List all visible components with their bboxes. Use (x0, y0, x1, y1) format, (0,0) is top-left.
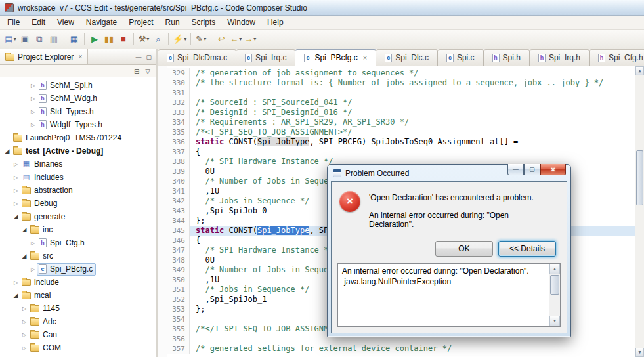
code-line[interactable]: 331 (167, 88, 635, 98)
build-button[interactable]: ⚒▾ (137, 32, 151, 47)
tree-item-wdgif-types-h[interactable]: ▷hWdgIf_Types.h (0, 118, 156, 131)
editor-tab-spi-h[interactable]: hSpi.h (484, 49, 530, 66)
dropdown-arrow-icon[interactable]: ▾ (14, 36, 16, 42)
close-view-icon[interactable]: × (78, 53, 82, 60)
search-button[interactable]: ⌕ (151, 32, 165, 47)
tree-item-1145[interactable]: ▷1145 (0, 302, 156, 315)
editor-tab-spi-irq-c[interactable]: cSpi_Irq.c (236, 49, 295, 66)
tree-collapsed-icon[interactable]: ▷ (20, 319, 28, 325)
editor-tab-spi-c[interactable]: cSpi.c (438, 49, 484, 66)
tree-item-schm-wdg-h[interactable]: ▷hSchM_Wdg.h (0, 92, 156, 105)
editor-tab-spi-cfg-h[interactable]: hSpi_Cfg.h (590, 49, 644, 66)
editor-tab-spi-dlcdma-c[interactable]: cSpi_DlcDma.c (158, 49, 236, 66)
collapse-all-icon[interactable]: ⊟ (134, 68, 139, 75)
tree-expanded-icon[interactable]: ◢ (20, 253, 28, 259)
tree-collapsed-icon[interactable]: ▷ (12, 161, 20, 167)
project-explorer-tab[interactable]: Project Explorer × (0, 49, 88, 64)
tree-item-std-types-h[interactable]: ▷hStd_Types.h (0, 105, 156, 118)
view-menu-icon[interactable]: ▽ (145, 68, 150, 75)
last-edit-button[interactable]: ↩ (214, 32, 228, 47)
code-line[interactable]: 329/* generation of job assignment to se… (167, 68, 635, 78)
flash-button[interactable]: ⚡▾ (171, 32, 188, 47)
dropdown-arrow-icon[interactable]: ▾ (146, 36, 149, 42)
minimize-view-icon[interactable]: — (135, 54, 141, 60)
title-bar[interactable]: wrokspace_v7 - CCS Edit - test/generate/… (0, 0, 644, 16)
details-scrollbar-thumb[interactable] (550, 275, 559, 295)
menu-item-project[interactable]: Project (123, 16, 159, 28)
code-line[interactable]: 333/* DesignId : SPI_DesignId_016 */ (167, 108, 635, 117)
tree-item-includes[interactable]: ▷▤Includes (0, 171, 156, 184)
edit-button[interactable]: ✎▾ (194, 32, 208, 47)
dialog-title-bar[interactable]: Problem Occurred — ▢ × (331, 165, 567, 181)
console-button[interactable]: ▦ (67, 32, 81, 47)
tree-collapsed-icon[interactable]: ▷ (29, 240, 37, 246)
tree-item-src[interactable]: ◢src (0, 249, 156, 262)
tree-collapsed-icon[interactable]: ▷ (12, 201, 20, 207)
forward-button[interactable]: →▾ (243, 32, 257, 47)
ok-button[interactable]: OK (435, 241, 493, 257)
code-line[interactable]: 336static CONST(Spi_JobType, SPI_PBCFG) … (167, 137, 635, 147)
terminate-button[interactable]: ■ (116, 32, 131, 47)
tree-item-can[interactable]: ▷Can (0, 328, 156, 341)
tree-item-mcal[interactable]: ◢mcal (0, 289, 156, 302)
code-line[interactable]: 330/* the structure format is: { Number … (167, 78, 635, 88)
tree-item-spi-pbcfg-c[interactable]: ▷cSpi_PBcfg.c (0, 262, 156, 276)
dropdown-arrow-icon[interactable]: ▾ (204, 36, 206, 42)
tree-collapsed-icon[interactable]: ▷ (12, 280, 20, 285)
save-all-button[interactable]: ⧉ (32, 32, 47, 47)
tab-close-icon[interactable]: × (363, 54, 367, 62)
dialog-close-button[interactable]: × (540, 164, 566, 175)
dialog-maximize-button[interactable]: ▢ (524, 164, 540, 175)
dialog-minimize-button[interactable]: — (507, 164, 524, 175)
tree-collapsed-icon[interactable]: ▷ (29, 96, 37, 102)
suspend-button[interactable]: ▮▮ (102, 32, 116, 47)
menu-item-view[interactable]: View (51, 16, 80, 28)
tree-item-abstraction[interactable]: ▷abstraction (0, 184, 156, 197)
menu-item-navigate[interactable]: Navigate (80, 16, 123, 28)
tree-expanded-icon[interactable]: ◢ (12, 213, 20, 220)
tree-item-binaries[interactable]: ▷▦Binaries (0, 158, 156, 171)
editor-scrollbar[interactable]: ▲ ▼ (635, 66, 644, 357)
code-line[interactable]: 332/* SourceId : SPI_SourceId_041 */ (167, 98, 635, 108)
dropdown-arrow-icon[interactable]: ▾ (184, 36, 186, 42)
tree-expanded-icon[interactable]: ◢ (3, 148, 11, 154)
details-scrollbar[interactable]: ▲ ▼ (549, 264, 560, 326)
tree-item-com[interactable]: ▷COM (0, 341, 156, 354)
tree-collapsed-icon[interactable]: ▷ (29, 266, 37, 272)
scrollbar-thumb[interactable] (636, 150, 643, 205)
menu-item-scripts[interactable]: Scripts (186, 16, 222, 28)
dropdown-arrow-icon[interactable]: ▾ (253, 36, 256, 42)
tree-item-inc[interactable]: ◢inc (0, 223, 156, 236)
back-button[interactable]: ←▾ (228, 32, 243, 47)
tree-item-launchproj0-tms5701224[interactable]: LaunchProj0_TMS5701224 (0, 131, 156, 144)
tree-item-generate[interactable]: ◢generate (0, 210, 156, 223)
menu-item-window[interactable]: Window (221, 16, 261, 28)
details-scroll-up-icon[interactable]: ▲ (549, 264, 560, 274)
menu-item-help[interactable]: Help (261, 16, 290, 28)
editor-tab-spi-pbcfg-c[interactable]: cSpi_PBcfg.c× (295, 49, 376, 66)
tree-collapsed-icon[interactable]: ▷ (29, 109, 37, 115)
tree-item-debug[interactable]: ▷Debug (0, 197, 156, 210)
menu-item-edit[interactable]: Edit (26, 16, 51, 28)
tree-collapsed-icon[interactable]: ▷ (20, 345, 28, 351)
editor-tab-spi-dlc-c[interactable]: cSpi_Dlc.c (376, 49, 438, 66)
tree-item-test[interactable]: ◢test [Active - Debug] (0, 144, 156, 158)
new-button[interactable]: ▤▾ (3, 32, 18, 47)
tree-collapsed-icon[interactable]: ▷ (20, 332, 28, 338)
tree-collapsed-icon[interactable]: ▷ (12, 188, 20, 194)
details-button[interactable]: << Details (498, 241, 556, 257)
tree-item-include[interactable]: ▷include (0, 276, 156, 289)
maximize-view-icon[interactable]: ▢ (146, 54, 152, 60)
code-line[interactable]: 337{ (167, 147, 635, 157)
code-line[interactable]: 357/* generated settings for external de… (167, 344, 635, 354)
menu-item-file[interactable]: File (1, 16, 26, 28)
tree-item-schm-spi-h[interactable]: ▷hSchM_Spi.h (0, 79, 156, 92)
code-line[interactable]: 334/* Requirements : AR_SPI_SR29, AR_SPI… (167, 117, 635, 127)
scroll-down-icon[interactable]: ▼ (635, 348, 644, 357)
tree-collapsed-icon[interactable]: ▷ (12, 175, 20, 180)
tree-expanded-icon[interactable]: ◢ (20, 226, 28, 233)
editor-tab-spi-irq-h[interactable]: hSpi_Irq.h (530, 49, 590, 66)
code-line[interactable]: 335/*<T_SPI_SEQ_TO_JOB_ASSIGNMENT>*/ (167, 127, 635, 137)
tree-item-spi-cfg-h[interactable]: ▷hSpi_Cfg.h (0, 236, 156, 249)
save-button[interactable]: ▣ (18, 32, 32, 47)
